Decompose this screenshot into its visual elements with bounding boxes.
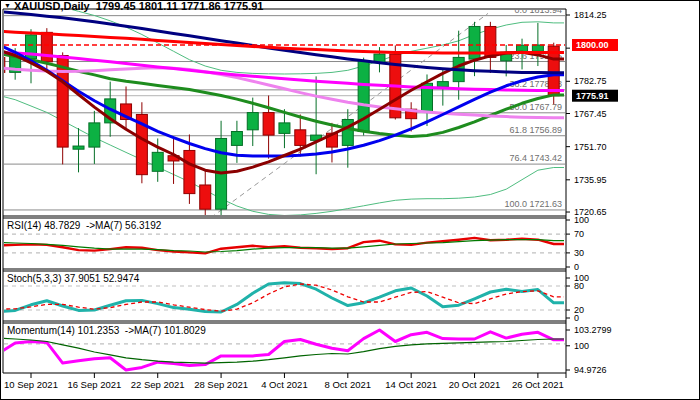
stoch-pane-label: Stoch(5,3,3) 37.9051 52.9474 — [7, 273, 139, 284]
candle — [437, 82, 448, 87]
candle — [152, 152, 163, 171]
momentum-pane[interactable] — [1, 330, 566, 370]
main-pane[interactable]: 0.0 1813.9423.6 1792.1538.2 1778.6850.0 … — [1, 1, 566, 218]
stoch-pane[interactable] — [1, 283, 566, 312]
candle — [279, 123, 290, 134]
candle — [295, 130, 306, 146]
candle — [200, 185, 211, 209]
chart-title: ▼XAUUSD,Daily 1799.45 1801.11 1771.86 17… — [4, 0, 263, 12]
candle — [247, 113, 258, 130]
symbol-dropdown-icon[interactable]: ▼ — [4, 2, 11, 9]
price-axis-scale[interactable] — [567, 9, 700, 378]
fib-label: 61.8 1756.89 — [509, 125, 562, 135]
candle — [263, 113, 274, 136]
fib-label: 100.0 1721.63 — [504, 199, 562, 209]
rsi-pane-label: RSI(14) 48.7829 ->MA(7) 56.3192 — [7, 220, 161, 231]
chart-window: 0.0 1813.9423.6 1792.1538.2 1778.6850.0 … — [0, 0, 700, 400]
fib-label: 76.4 1743.42 — [509, 153, 562, 163]
price-axis[interactable]: 1814.251798.501782.751767.451751.701735.… — [566, 9, 700, 378]
time-axis-scale[interactable] — [3, 374, 566, 400]
candle — [73, 146, 84, 149]
fib-label: 0.0 1813.94 — [514, 5, 562, 15]
chart-canvas: 0.0 1813.9423.6 1792.1538.2 1778.6850.0 … — [1, 1, 700, 400]
time-axis[interactable]: 10 Sep 202116 Sep 202122 Sep 202128 Sep … — [3, 373, 566, 400]
momentum-pane-label: Momentum(14) 101.2353 ->MA(7) 101.8029 — [7, 325, 206, 336]
candle — [41, 32, 52, 61]
candle — [532, 45, 543, 51]
chart-title-ohlc: 1799.45 1801.11 1771.86 1775.91 — [96, 0, 264, 12]
rsi-pane[interactable] — [1, 234, 566, 253]
candle — [184, 150, 195, 193]
candle — [89, 123, 100, 147]
candle — [231, 132, 242, 146]
chart-title-symbol: XAUUSD,Daily — [14, 0, 90, 12]
